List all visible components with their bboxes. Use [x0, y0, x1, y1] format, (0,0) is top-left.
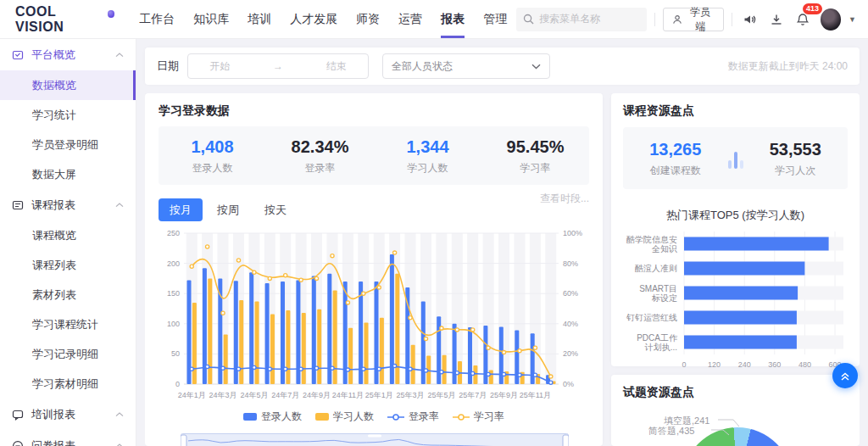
login-trend-chart: 00%5020%10040%15060%20080%250100%24年1月24…: [159, 225, 589, 408]
sidebar-item[interactable]: 数据大屏: [0, 159, 136, 189]
period-tab[interactable]: 按月: [159, 198, 203, 221]
svg-text:标设定: 标设定: [651, 293, 677, 303]
chart-datazoom-slider[interactable]: [181, 431, 589, 446]
legend-label: 学习人数: [333, 410, 374, 424]
svg-text:60%: 60%: [563, 289, 578, 298]
stat: 95.45%学习率: [481, 137, 589, 176]
svg-text:24年11月: 24年11月: [332, 391, 364, 399]
svg-text:250: 250: [167, 229, 180, 237]
stat-value: 13,265: [623, 140, 728, 159]
stat-value: 95.45%: [481, 137, 589, 157]
date-range-picker[interactable]: 开始 → 结束: [187, 53, 369, 79]
top-nav-item[interactable]: 管理: [474, 0, 516, 38]
svg-text:0%: 0%: [563, 380, 574, 388]
stat-value: 1,344: [374, 137, 481, 157]
student-portal-button[interactable]: 学员端: [663, 8, 724, 31]
top-nav-item[interactable]: 师资: [347, 0, 389, 38]
download-icon[interactable]: [766, 9, 786, 30]
svg-text:24年9月: 24年9月: [303, 391, 331, 399]
legend-item[interactable]: 登录人数: [243, 410, 302, 424]
sidebar-section[interactable]: 问卷报表: [0, 430, 136, 446]
svg-text:50: 50: [171, 349, 180, 358]
svg-text:25年3月: 25年3月: [396, 391, 424, 399]
data-update-note: 数据更新截止到昨天 24:00: [728, 59, 848, 74]
card-title: 试题资源盘点: [623, 385, 848, 400]
svg-text:120: 120: [708, 360, 721, 369]
person-status-value: 全部人员状态: [392, 59, 453, 74]
legend-item[interactable]: 学习人数: [315, 410, 374, 424]
sidebar-section[interactable]: 课程报表: [0, 189, 136, 220]
top-nav-item[interactable]: 人才发展: [281, 0, 347, 38]
svg-text:40%: 40%: [563, 320, 578, 328]
sidebar-section[interactable]: 平台概览: [0, 39, 136, 70]
chevron-up-icon: [115, 53, 124, 58]
question-resource-card: 试题资源盘点 填空题,241简答题,435: [611, 375, 860, 446]
top-nav-item[interactable]: 报表: [431, 0, 474, 38]
chevron-down-icon: [531, 64, 541, 70]
top-nav-item[interactable]: 运营: [389, 0, 431, 38]
top-nav-item[interactable]: 培训: [238, 0, 281, 38]
sidebar-section-label: 课程报表: [31, 198, 75, 213]
platform-icon: [12, 49, 24, 61]
avatar[interactable]: [821, 8, 842, 31]
back-to-top-button[interactable]: [832, 363, 858, 388]
logo-mark-icon: [108, 10, 115, 18]
svg-text:20%: 20%: [563, 349, 578, 358]
sidebar-section[interactable]: 培训报表: [0, 399, 136, 430]
stat-value: 53,553: [743, 140, 849, 159]
sidebar-item[interactable]: 素材列表: [0, 280, 136, 309]
chevron-down-icon[interactable]: ▼: [849, 15, 856, 24]
card-title: 学习登录数据: [159, 103, 589, 119]
stat: 53,553学习人次: [743, 140, 849, 178]
course-stats-strip: 13,265创建课程数53,553学习人次: [623, 127, 848, 189]
doc-icon: [12, 199, 24, 211]
sidebar-item[interactable]: 学习记录明细: [0, 339, 136, 369]
svg-text:0: 0: [682, 360, 686, 369]
view-period-link[interactable]: 查看时段...: [540, 192, 589, 206]
svg-text:0: 0: [175, 380, 180, 388]
top-nav-item[interactable]: 知识库: [184, 0, 238, 38]
sidebar-item[interactable]: 数据概览: [0, 70, 136, 100]
period-tab[interactable]: 按周: [206, 198, 250, 221]
legend-item[interactable]: 学习率: [453, 410, 504, 424]
stat: 82.34%登录率: [266, 137, 374, 176]
svg-text:240: 240: [738, 360, 751, 369]
sidebar-item[interactable]: 学习统计: [0, 100, 136, 130]
stat-label: 创建课程数: [623, 164, 728, 178]
period-tab[interactable]: 按天: [253, 198, 298, 221]
svg-text:25年5月: 25年5月: [427, 391, 455, 399]
svg-text:25年7月: 25年7月: [459, 391, 487, 399]
top-nav-item[interactable]: 工作台: [130, 0, 184, 38]
person-status-select[interactable]: 全部人员状态: [382, 53, 550, 79]
legend-item[interactable]: 登录率: [387, 410, 439, 424]
logo[interactable]: COOL VISION: [15, 0, 114, 38]
svg-text:PDCA工作: PDCA工作: [637, 333, 678, 343]
stat: 13,265创建课程数: [623, 140, 728, 178]
sidebar-item[interactable]: 课程概览: [0, 220, 136, 250]
announcement-speaker-icon[interactable]: [740, 9, 760, 30]
right-column: 课程资源盘点 13,265创建课程数53,553学习人次 热门课程TOP5 (按…: [611, 93, 860, 446]
svg-text:钉钉运营红线: 钉钉运营红线: [626, 313, 677, 322]
svg-text:计划执...: 计划执...: [644, 343, 677, 352]
sidebar-item[interactable]: 学习课程统计: [0, 309, 136, 339]
svg-text:25年11月: 25年11月: [520, 391, 551, 399]
period-tabs: 按月按周按天: [159, 198, 301, 221]
legend-swatch: [315, 413, 329, 421]
stat-label: 学习率: [481, 161, 589, 176]
svg-text:480: 480: [798, 360, 811, 369]
menu-search-input[interactable]: 搜索菜单名称: [516, 8, 647, 31]
svg-text:80%: 80%: [563, 259, 578, 268]
legend-swatch: [243, 413, 257, 421]
notification-bell-icon[interactable]: 413: [793, 9, 813, 30]
sidebar-item[interactable]: 课程列表: [0, 250, 136, 280]
svg-text:酷渲人准则: 酷渲人准则: [635, 264, 677, 273]
svg-text:24年5月: 24年5月: [240, 391, 268, 399]
svg-text:25年9月: 25年9月: [490, 391, 518, 399]
mini-bars-icon: [728, 150, 743, 169]
sidebar-item[interactable]: 学员登录明细: [0, 130, 136, 159]
sidebar-item[interactable]: 学习素材明细: [0, 369, 136, 399]
course-resource-card: 课程资源盘点 13,265创建课程数53,553学习人次 热门课程TOP5 (按…: [611, 93, 860, 366]
notification-badge: 413: [803, 3, 822, 14]
chevron-up-icon: [115, 443, 124, 446]
svg-text:SMART目: SMART目: [639, 284, 677, 293]
